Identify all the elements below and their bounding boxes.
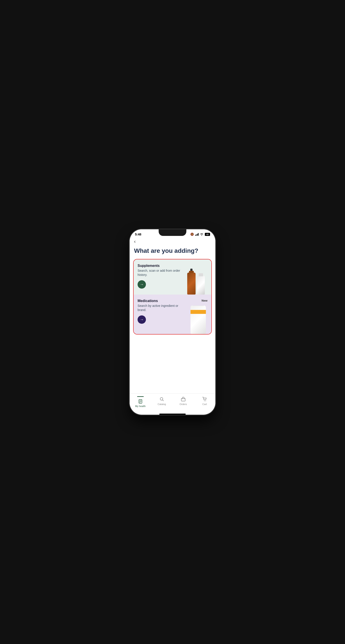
active-indicator xyxy=(137,396,144,397)
supplements-arrow-button[interactable]: → xyxy=(138,280,146,288)
wifi-icon xyxy=(200,233,203,236)
nav-item-my-health[interactable]: My health xyxy=(130,395,151,408)
orders-icon xyxy=(180,396,186,402)
phone-screen: 5:48 🔕 43 ‹ xyxy=(130,229,215,415)
supplements-card[interactable]: Supplements Search, scan or add from ord… xyxy=(134,260,211,294)
white-bottle-icon xyxy=(197,276,205,294)
catalog-icon xyxy=(159,396,165,402)
arrow-right-icon: → xyxy=(140,318,144,322)
amber-bottle-icon xyxy=(187,272,196,294)
status-time: 5:48 xyxy=(135,232,141,236)
nav-item-catalog[interactable]: Catalog xyxy=(151,395,173,408)
my-health-label: My health xyxy=(135,405,146,408)
cart-label: Cart xyxy=(202,403,207,406)
battery-icon: 43 xyxy=(205,233,210,236)
my-health-icon xyxy=(138,398,143,404)
page-title: What are you adding? xyxy=(130,245,215,259)
supplements-image xyxy=(183,266,209,294)
nav-item-cart[interactable]: Cart xyxy=(194,395,216,408)
orders-label: Orders xyxy=(180,403,187,406)
bottle-stripe xyxy=(191,310,206,314)
status-icons: 🔕 43 xyxy=(190,232,210,236)
arrow-right-icon: → xyxy=(140,282,144,286)
svg-line-5 xyxy=(163,400,164,401)
home-indicator xyxy=(159,414,186,415)
cards-container: Supplements Search, scan or add from ord… xyxy=(133,259,212,334)
mute-icon: 🔕 xyxy=(190,232,194,236)
medications-card[interactable]: Medications Search by active ingredient … xyxy=(134,294,211,334)
med-bottle-icon xyxy=(191,306,206,334)
nav-item-orders[interactable]: Orders xyxy=(173,395,194,408)
back-button[interactable]: ‹ xyxy=(130,237,140,245)
back-chevron-icon: ‹ xyxy=(134,239,136,244)
phone-frame: 5:48 🔕 43 ‹ xyxy=(130,229,215,415)
svg-rect-6 xyxy=(181,398,185,401)
svg-point-9 xyxy=(204,401,205,401)
signal-icon xyxy=(195,233,199,236)
cart-icon xyxy=(202,396,207,402)
medications-title: Medications xyxy=(138,299,207,303)
medications-image xyxy=(188,303,208,334)
bottom-nav: My health Catalog xyxy=(130,394,215,413)
new-badge: New xyxy=(201,299,207,302)
notch xyxy=(159,229,186,236)
catalog-label: Catalog xyxy=(158,403,166,406)
content-area: ‹ What are you adding? Supplements Searc… xyxy=(130,237,215,394)
medications-description: Search by active ingredient or brand. xyxy=(138,304,182,312)
svg-point-10 xyxy=(205,401,206,401)
medications-arrow-button[interactable]: → xyxy=(138,316,146,324)
supplements-description: Search, scan or add from order history. xyxy=(138,269,182,277)
